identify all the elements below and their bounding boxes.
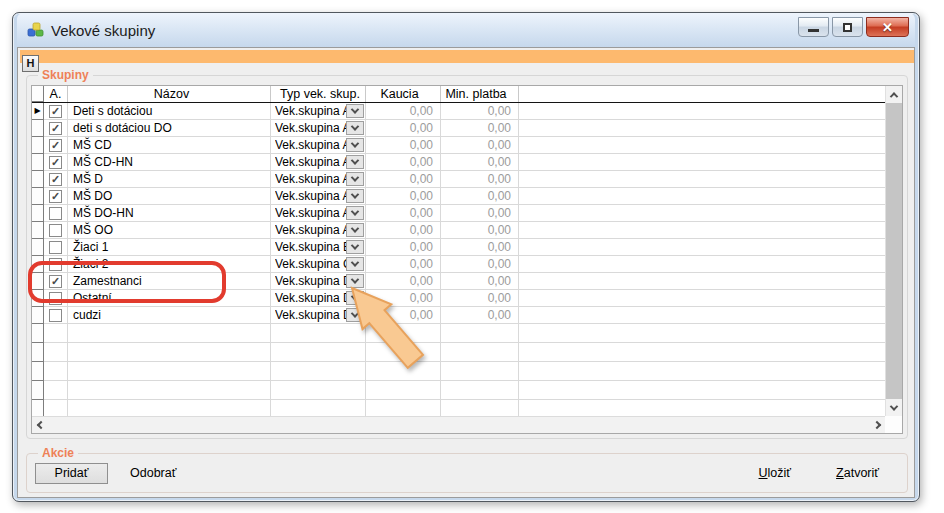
deposit-cell[interactable]: 0,00 (366, 205, 441, 222)
min-payment-cell[interactable]: 0,00 (441, 256, 519, 273)
scroll-right-button[interactable] (868, 417, 885, 434)
row-selector[interactable] (32, 171, 44, 188)
name-cell[interactable]: Deti s dotáciou (68, 103, 271, 120)
type-combo-cell[interactable]: Vek.skupina A (271, 154, 366, 171)
type-combo-dropdown-button[interactable] (346, 240, 364, 254)
active-checkbox[interactable] (49, 292, 62, 305)
row-selector[interactable] (32, 290, 44, 307)
row-selector[interactable] (32, 381, 44, 400)
row-selector[interactable] (32, 324, 44, 343)
row-selector[interactable] (32, 273, 44, 290)
min-payment-cell[interactable]: 0,00 (441, 205, 519, 222)
min-payment-cell[interactable]: 0,00 (441, 154, 519, 171)
min-payment-cell[interactable]: 0,00 (441, 239, 519, 256)
pridat-button[interactable]: Pridať (35, 463, 108, 484)
row-selector[interactable] (32, 137, 44, 154)
horizontal-scrollbar[interactable] (32, 416, 885, 433)
deposit-cell[interactable]: 0,00 (366, 239, 441, 256)
type-combo-cell[interactable]: Vek.skupina A (271, 103, 366, 120)
type-combo-cell[interactable]: Vek.skupina B (271, 239, 366, 256)
maximize-button[interactable] (832, 17, 863, 37)
row-selector[interactable]: ▶ (32, 103, 44, 120)
min-payment-cell[interactable]: 0,00 (441, 307, 519, 324)
row-selector[interactable] (32, 239, 44, 256)
type-combo-dropdown-button[interactable] (346, 274, 364, 288)
type-combo-cell[interactable]: Vek.skupina A (271, 205, 366, 222)
type-combo-dropdown-button[interactable] (346, 189, 364, 203)
min-payment-cell[interactable]: 0,00 (441, 222, 519, 239)
deposit-cell[interactable]: 0,00 (366, 256, 441, 273)
deposit-cell[interactable]: 0,00 (366, 137, 441, 154)
active-checkbox[interactable] (49, 241, 62, 254)
name-cell[interactable]: Zamestnanci (68, 273, 271, 290)
name-cell[interactable]: MŠ DO-HN (68, 205, 271, 222)
deposit-cell[interactable]: 0,00 (366, 307, 441, 324)
deposit-cell[interactable]: 0,00 (366, 188, 441, 205)
type-combo-dropdown-button[interactable] (346, 308, 364, 322)
header-deposit[interactable]: Kaucia (366, 86, 441, 102)
minimize-button[interactable] (798, 17, 829, 37)
deposit-cell[interactable]: 0,00 (366, 171, 441, 188)
row-selector[interactable] (32, 362, 44, 381)
scroll-left-button[interactable] (32, 417, 49, 434)
type-combo-cell[interactable]: Vek.skupina C (271, 256, 366, 273)
name-cell[interactable]: MŠ DO (68, 188, 271, 205)
deposit-cell[interactable]: 0,00 (366, 120, 441, 137)
type-combo-cell[interactable]: Vek.skupina A (271, 120, 366, 137)
min-payment-cell[interactable]: 0,00 (441, 188, 519, 205)
type-combo-cell[interactable]: Vek.skupina A (271, 171, 366, 188)
type-combo-dropdown-button[interactable] (346, 291, 364, 305)
active-checkbox[interactable]: ✓ (49, 139, 62, 152)
close-button[interactable]: ✕ (866, 17, 909, 37)
active-checkbox[interactable] (49, 207, 62, 220)
deposit-cell[interactable]: 0,00 (366, 222, 441, 239)
deposit-cell[interactable]: 0,00 (366, 154, 441, 171)
name-cell[interactable]: Žiaci 1 (68, 239, 271, 256)
row-selector[interactable] (32, 188, 44, 205)
row-selector[interactable] (32, 120, 44, 137)
ulozit-button[interactable]: Uložiť (759, 466, 791, 480)
type-combo-cell[interactable]: Vek.skupina D (271, 307, 366, 324)
deposit-cell[interactable]: 0,00 (366, 273, 441, 290)
header-type[interactable]: Typ vek. skup. (271, 86, 366, 102)
type-combo-dropdown-button[interactable] (346, 155, 364, 169)
row-selector[interactable] (32, 307, 44, 324)
type-combo-dropdown-button[interactable] (346, 172, 364, 186)
active-checkbox[interactable] (49, 224, 62, 237)
type-combo-cell[interactable]: Vek.skupina D (271, 273, 366, 290)
row-selector[interactable] (32, 256, 44, 273)
name-cell[interactable]: MŠ CD (68, 137, 271, 154)
type-combo-dropdown-button[interactable] (346, 223, 364, 237)
min-payment-cell[interactable]: 0,00 (441, 273, 519, 290)
name-cell[interactable]: deti s dotáciou DO (68, 120, 271, 137)
header-min-payment[interactable]: Min. platba (441, 86, 519, 102)
deposit-cell[interactable]: 0,00 (366, 290, 441, 307)
name-cell[interactable]: MŠ CD-HN (68, 154, 271, 171)
min-payment-cell[interactable]: 0,00 (441, 171, 519, 188)
min-payment-cell[interactable]: 0,00 (441, 103, 519, 120)
type-combo-dropdown-button[interactable] (346, 257, 364, 271)
type-combo-cell[interactable]: Vek.skupina A (271, 188, 366, 205)
type-combo-cell[interactable]: Vek.skupina A (271, 222, 366, 239)
active-checkbox[interactable]: ✓ (49, 156, 62, 169)
row-selector[interactable] (32, 400, 44, 416)
active-checkbox[interactable]: ✓ (49, 173, 62, 186)
vertical-scrollbar-thumb[interactable] (886, 103, 902, 399)
type-combo-dropdown-button[interactable] (346, 138, 364, 152)
min-payment-cell[interactable]: 0,00 (441, 120, 519, 137)
scroll-up-button[interactable] (886, 86, 902, 103)
name-cell[interactable]: cudzi (68, 307, 271, 324)
active-checkbox[interactable] (49, 258, 62, 271)
type-combo-dropdown-button[interactable] (346, 206, 364, 220)
active-checkbox[interactable]: ✓ (49, 122, 62, 135)
min-payment-cell[interactable]: 0,00 (441, 137, 519, 154)
zatvorit-button[interactable]: Zatvoriť (836, 466, 879, 480)
h-button[interactable]: H (22, 55, 39, 72)
type-combo-dropdown-button[interactable] (346, 121, 364, 135)
name-cell[interactable]: MŠ D (68, 171, 271, 188)
type-combo-cell[interactable]: Vek.skupina A (271, 137, 366, 154)
row-selector[interactable] (32, 205, 44, 222)
row-selector[interactable] (32, 343, 44, 362)
active-checkbox[interactable] (49, 309, 62, 322)
name-cell[interactable]: Ostatní (68, 290, 271, 307)
